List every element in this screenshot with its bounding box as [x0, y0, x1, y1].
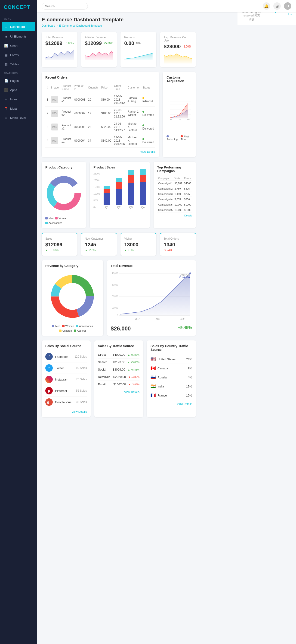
breadcrumb-home[interactable]: Dashboard [42, 24, 55, 27]
campaign-name: Campaign#1 [157, 181, 173, 186]
forms-icon: ▤ [4, 52, 8, 57]
customer-acquisition-panel: Customer Acquisition 8 7 6 5 4 3 2 1 0 [163, 72, 196, 157]
sidebar-item-pages[interactable]: 📄 Pages › [0, 76, 37, 85]
ui-elements-icon: ◈ [4, 34, 8, 39]
orders-table: # Image Product Name Product Id Quantity… [45, 82, 155, 148]
order-status: Delivered [141, 120, 156, 134]
sidebar: CONCEPT MENU ⊞ Dashboard › ◈ UI Elements… [0, 0, 37, 644]
table-row: 2 IMG Product #2 id000002 12 $180.00 25-… [45, 106, 155, 120]
col-revenue: Reven [183, 176, 192, 181]
orders-view-details[interactable]: View Details [45, 150, 155, 154]
col-num: # [45, 82, 50, 93]
product-category-legend: Man Woman Accessories [45, 217, 82, 224]
country-flag: 🇺🇸 [150, 357, 156, 362]
orders-section-row: Recent Orders # Image Product Name Produ… [42, 72, 196, 157]
search-input[interactable] [42, 3, 88, 10]
list-item: Search $3123.00 ▲ +5.86% [98, 358, 140, 366]
country-sales-panel: Sales By Country Traffic Source 🇺🇸 Unite… [147, 340, 196, 417]
order-product-name: Product #3 [60, 120, 72, 134]
order-num: 4 [45, 134, 50, 148]
traffic-source-name: Search [98, 360, 113, 364]
col-order-time: Order Time [113, 82, 126, 93]
icons-icon: ✦ [4, 97, 8, 102]
mini-chart-avg [164, 52, 192, 64]
list-item: Referrals $2220.00 ▼ -4.02% [98, 373, 140, 381]
svg-text:30,000: 30,000 [112, 284, 118, 286]
pages-icon: 📄 [4, 78, 8, 83]
order-product-id: id000001 [72, 93, 87, 106]
country-flag: 🇨🇦 [150, 366, 156, 371]
svg-text:Wed: Wed [187, 119, 190, 120]
campaign-visits: 1,459 [173, 192, 183, 197]
social-view-details[interactable]: View Details [45, 410, 87, 414]
campaign-visits: 10,000 [173, 202, 183, 208]
mid-section-row: Product Category Man Woman [42, 162, 196, 228]
sidebar-item-ui-elements[interactable]: ◈ UI Elements › [0, 32, 37, 41]
traffic-source-value: $1567.00 [113, 382, 126, 386]
header: 🔔 ⊞ U [37, 0, 296, 12]
chart-icon: 📊 [4, 43, 8, 48]
table-row: Campaign#4 5,035 $856 [157, 197, 192, 202]
order-quantity: 12 [87, 106, 100, 120]
sidebar-item-apps[interactable]: ⬛ Apps › [0, 85, 37, 94]
col-campaign: Campaign [157, 176, 173, 181]
order-customer: Patricia J. King [126, 93, 141, 106]
svg-text:2018: 2018 [155, 318, 160, 320]
list-item: 🇫🇷 France 16% [150, 391, 192, 400]
table-row: Campaign#2 2,789 $325 [157, 186, 192, 192]
sidebar-item-icons[interactable]: ✦ Icons › [0, 94, 37, 104]
breadcrumb: Dashboard › E-Commerce Dashboard Templat… [42, 24, 196, 27]
chevron-right-icon: › [33, 63, 33, 66]
campaign-revenue: $4563 [183, 181, 192, 186]
social-platform-sales: 120 Sales [74, 355, 87, 358]
order-customer: Michael K. Ledford [126, 134, 141, 148]
order-quantity: 23 [87, 120, 100, 134]
recent-orders-panel: Recent Orders # Image Product Name Produ… [42, 72, 159, 157]
country-pct: 4% [188, 376, 192, 379]
features-section-label: FEATURES [0, 69, 37, 76]
sidebar-item-tables[interactable]: ▦ Tables › [0, 60, 37, 69]
apps-icon: ⬛ [4, 88, 8, 92]
notification-icon[interactable]: 🔔 [263, 2, 270, 10]
order-status: InTransit [141, 93, 156, 106]
list-item: Social $3099.00 ▲ +5.86% [98, 366, 140, 373]
sidebar-item-menu-level[interactable]: ≡ Menu Level › [0, 113, 37, 122]
social-platform-sales: 76 Sales [76, 378, 87, 381]
social-platform-icon: t [45, 364, 53, 372]
campaign-details-link[interactable]: Details [157, 214, 192, 217]
main-content: E-commerce Dashboard Template Dashboard … [37, 12, 200, 644]
mini-stat-value: 1245 [85, 242, 113, 248]
social-platform-name: Facebook [55, 355, 74, 358]
svg-text:5: 5 [168, 108, 168, 110]
traffic-source-name: Email [98, 382, 114, 386]
mini-stat-label: Total Orders [164, 237, 192, 240]
country-view-details[interactable]: View Details [150, 402, 192, 406]
social-platform-sales: 56 Sales [76, 389, 87, 392]
sidebar-item-label: Tables [10, 62, 19, 66]
sidebar-item-chart[interactable]: 📊 Chart › [0, 41, 37, 50]
svg-text:2017: 2017 [135, 318, 140, 320]
svg-text:2: 2 [168, 114, 168, 116]
grid-icon[interactable]: ⊞ [273, 2, 281, 10]
svg-text:20,000: 20,000 [112, 295, 118, 298]
traffic-sales-title: Sales By Traffic Source [98, 344, 140, 348]
col-image: Image [50, 82, 60, 93]
traffic-view-details[interactable]: View Details [98, 390, 140, 394]
campaign-name: Campaign#5 [157, 208, 173, 213]
order-time: 27-08-2018 01:22:12 [113, 93, 126, 106]
traffic-source-name: Social [98, 368, 113, 371]
country-name: India [157, 385, 186, 388]
traffic-source-badge: ▲ +5.86% [128, 361, 140, 364]
campaign-table: Campaign Visits Reven Campaign#1 98,789 … [157, 176, 192, 213]
social-platform-icon: in [45, 376, 53, 383]
avatar[interactable]: U [284, 2, 291, 10]
sidebar-item-forms[interactable]: ▤ Forms › [0, 50, 37, 60]
order-time: 25-08-2018 21:12:56 [113, 106, 126, 120]
stat-card-total-revenue: Total Revenue $12099 +5.86% [42, 32, 77, 67]
traffic-source-value: $3099.00 [113, 368, 125, 371]
social-platform-icon: p [45, 387, 53, 394]
total-revenue-title: Total Revenue [111, 264, 192, 268]
sidebar-item-maps[interactable]: 📍 Maps › [0, 104, 37, 113]
svg-text:8: 8 [168, 101, 168, 102]
sidebar-item-dashboard[interactable]: ⊞ Dashboard › [2, 22, 35, 31]
